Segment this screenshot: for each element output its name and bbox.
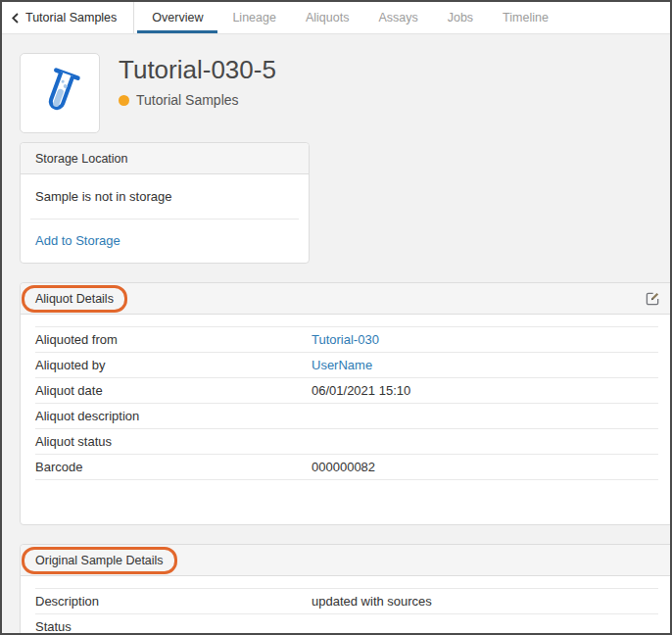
top-navbar: Tutorial Samples Overview Lineage Aliquo…: [2, 2, 670, 34]
field-label: Aliquot date: [35, 383, 312, 398]
field-label: Description: [35, 594, 312, 609]
tab-aliquots[interactable]: Aliquots: [291, 2, 363, 33]
detail-row-barcode: Barcode 000000082: [35, 455, 658, 480]
edit-pencil-square-icon: [646, 291, 660, 306]
aliquoted-by-link[interactable]: UserName: [312, 358, 372, 372]
detail-row-description: Description updated with sources: [35, 588, 658, 614]
storage-panel-body: Sample is not in storage Add to Storage: [21, 174, 309, 263]
add-to-storage-link[interactable]: Add to Storage: [35, 233, 120, 248]
field-label: Barcode: [35, 460, 312, 474]
field-label: Aliquot status: [35, 434, 312, 449]
detail-row-aliquoted-from: Aliquoted from Tutorial-030: [35, 326, 658, 353]
sample-icon-card: [20, 53, 100, 133]
page-content: Tutorial-030-5 Tutorial Samples Storage …: [2, 53, 670, 635]
field-label: Status: [35, 619, 312, 634]
sample-type-label: Tutorial Samples: [136, 92, 239, 108]
detail-row-status: Status: [35, 614, 658, 635]
back-to-sample-type-link[interactable]: Tutorial Samples: [2, 2, 134, 33]
field-label: Aliquot description: [35, 409, 312, 423]
nav-tabs: Overview Lineage Aliquots Assays Jobs Ti…: [137, 2, 563, 33]
detail-row-aliquot-status: Aliquot status: [35, 429, 658, 455]
field-label: Aliquoted from: [35, 332, 312, 347]
original-sample-details-panel: Original Sample Details Description upda…: [20, 544, 672, 635]
field-label: Aliquoted by: [35, 358, 312, 372]
tab-timeline[interactable]: Timeline: [488, 2, 563, 33]
sample-title-block: Tutorial-030-5 Tutorial Samples: [119, 53, 276, 133]
aliquoted-from-link[interactable]: Tutorial-030: [312, 332, 379, 347]
app-window: Tutorial Samples Overview Lineage Aliquo…: [0, 0, 672, 635]
tab-overview[interactable]: Overview: [137, 2, 217, 33]
aliquot-panel-body: Aliquoted from Tutorial-030 Aliquoted by…: [21, 315, 672, 524]
test-tube-icon: [31, 65, 88, 122]
aliquot-panel-title: Aliquot Details: [35, 292, 114, 306]
sample-type-row: Tutorial Samples: [119, 92, 276, 108]
field-value: 000000082: [312, 460, 375, 474]
original-panel-header: Original Sample Details: [21, 545, 672, 576]
original-panel-title-annotation: Original Sample Details: [22, 547, 177, 574]
chevron-left-icon: [12, 13, 19, 24]
detail-row-aliquot-description: Aliquot description: [35, 404, 658, 429]
storage-panel-header: Storage Location: [21, 143, 309, 174]
aliquot-details-panel: Aliquot Details Aliquoted from Tutorial-…: [20, 282, 672, 525]
storage-panel-title: Storage Location: [35, 152, 128, 166]
original-panel-body: Description updated with sources Status …: [21, 576, 672, 635]
detail-row-aliquoted-by: Aliquoted by UserName: [35, 353, 658, 378]
detail-row-aliquot-date: Aliquot date 06/01/2021 15:10: [35, 378, 658, 404]
field-value: 06/01/2021 15:10: [312, 383, 410, 398]
storage-location-panel: Storage Location Sample is not in storag…: [20, 142, 310, 264]
sample-header: Tutorial-030-5 Tutorial Samples: [20, 53, 670, 133]
field-value: updated with sources: [312, 594, 432, 609]
edit-aliquot-details-button[interactable]: [645, 290, 661, 307]
sample-type-dot-icon: [119, 95, 129, 106]
storage-status-text: Sample is not in storage: [35, 189, 294, 204]
original-panel-title: Original Sample Details: [35, 554, 164, 567]
aliquot-panel-header: Aliquot Details: [21, 283, 672, 315]
back-link-label: Tutorial Samples: [25, 11, 117, 24]
tab-assays[interactable]: Assays: [363, 2, 432, 33]
tab-jobs[interactable]: Jobs: [433, 2, 488, 33]
tab-lineage[interactable]: Lineage: [217, 2, 291, 33]
storage-divider: [30, 219, 299, 220]
aliquot-panel-title-annotation: Aliquot Details: [22, 285, 127, 313]
page-title: Tutorial-030-5: [119, 55, 276, 85]
